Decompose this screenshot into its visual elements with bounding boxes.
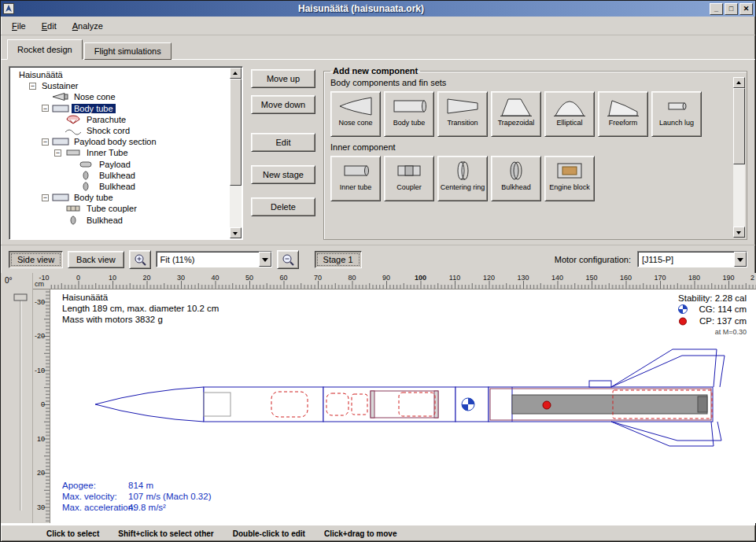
scroll-down-icon[interactable] [733,227,745,238]
minimize-button[interactable]: _ [710,3,723,15]
tree-item-sustainer[interactable]: Sustainer [12,80,228,91]
shock-cord-icon [65,126,82,135]
move-up-button[interactable]: Move up [251,69,315,88]
tree-item-nose-cone[interactable]: Nose cone [12,91,228,102]
h-ruler-label: 120 [483,274,495,282]
palette-scrollbar[interactable] [733,77,745,238]
nose-cone-icon [338,94,373,118]
side-view-button[interactable]: Side view [9,251,63,268]
body-tube-icon [52,137,69,146]
tree-item-body-tube-2[interactable]: Body tube [12,192,228,203]
chevron-down-icon[interactable] [259,252,271,267]
trapezoidal-fin-icon [499,94,533,118]
chevron-down-icon[interactable] [734,252,747,267]
stage-1-toggle[interactable]: Stage 1 [315,251,362,268]
scrollbar-thumb[interactable] [230,79,242,186]
collapse-toggle-icon[interactable] [42,194,49,201]
h-ruler-label: 50 [245,274,253,282]
hint-click-drag: Click+drag to move [324,529,397,538]
add-inner-tube-button[interactable]: Inner tube [330,156,381,201]
view-toolbar: Side view Back view Fit (11%) Stage 1 Mo… [1,245,755,273]
h-ruler-label: 140 [551,274,563,282]
mach-note: at M=0.30 [715,328,747,336]
h-ruler-label: 70 [314,274,322,282]
tree-scrollbar[interactable] [230,68,242,238]
tree-item-inner-tube[interactable]: Inner Tube [12,147,228,158]
close-button[interactable]: ✕ [739,3,753,15]
add-bulkhead-button[interactable]: Bulkhead [491,156,541,201]
scroll-down-icon[interactable] [230,227,242,238]
add-centering-ring-button[interactable]: Centering ring [437,156,488,201]
add-trapezoidal-fin-button[interactable]: Trapezoidal [491,91,541,137]
cg-marker [462,398,474,411]
v-ruler-label: 0 [41,400,45,408]
v-ruler-label: 20 [37,469,45,477]
launch-lug-icon [659,94,694,118]
max-acceleration-label: Max. acceleration: [62,503,135,512]
add-coupler-button[interactable]: Coupler [384,156,434,201]
scroll-up-icon[interactable] [733,77,745,88]
motor-configuration-label: Motor configuration: [555,255,631,264]
rotation-value: 0° [5,276,13,285]
tree-item-bulkhead[interactable]: Bulkhead [12,181,228,192]
add-body-tube-button[interactable]: Body tube [384,91,434,137]
scroll-up-icon[interactable] [230,68,242,79]
inner-tube-icon [338,159,373,183]
launch-lug-shape[interactable] [589,381,611,387]
back-view-button[interactable]: Back view [68,251,124,268]
rocket-length: Length 189 cm, max. diameter 10.2 cm [62,304,219,313]
motor-shape[interactable] [512,395,707,414]
menu-file[interactable]: File [6,19,32,33]
collapse-toggle-icon[interactable] [54,149,61,157]
tree-item-shock-cord[interactable]: Shock cord [12,125,228,136]
tree-item-bulkhead-3[interactable]: Bulkhead [12,214,228,225]
slider-thumb[interactable] [14,294,27,300]
new-stage-button[interactable]: New stage [251,165,315,184]
menubar: File Edit Analyze [1,17,755,35]
motor-configuration-select[interactable]: [J115-P] [637,251,747,267]
rocket-canvas: 0° cm -10 0 10 20 30 40 50 60 70 80 90 1… [1,273,755,525]
add-elliptical-fin-button[interactable]: Elliptical [544,91,595,137]
tree-item-body-tube[interactable]: Body tube [12,103,228,114]
stability-value: Stability: 2.28 cal [678,293,747,303]
collapse-toggle-icon[interactable] [29,83,36,90]
app-icon [3,3,14,14]
menu-analyze[interactable]: Analyze [66,19,109,33]
body-components-label: Body components and fin sets [330,78,731,87]
tree-item-payload[interactable]: Payload [12,159,228,170]
maximize-button[interactable]: □ [725,3,738,15]
statusbar: Click to select Shift+click to select ot… [1,525,755,541]
tab-rocket-design[interactable]: Rocket design [7,39,83,60]
titlebar[interactable]: Haisunäätä (haisunaata.ork) _ □ ✕ [1,1,755,17]
add-transition-button[interactable]: Transition [437,91,488,137]
move-down-button[interactable]: Move down [251,95,315,114]
rocket-side-view[interactable]: 0° cm -10 0 10 20 30 40 50 60 70 80 90 1… [1,273,756,523]
edit-button[interactable]: Edit [251,133,315,152]
tree-item-parachute[interactable]: Parachute [12,114,228,125]
delete-button[interactable]: Delete [251,197,315,216]
tab-flight-simulations[interactable]: Flight simulations [84,42,171,60]
hint-double-click: Double-click to edit [233,529,305,538]
collapse-toggle-icon[interactable] [42,138,49,146]
tree-item-payload-body-section[interactable]: Payload body section [12,136,228,147]
hint-shift-click: Shift+click to select other [118,529,213,538]
bulkhead-icon [65,216,82,225]
add-freeform-fin-button[interactable]: Freeform [598,91,648,137]
rocket-mass: Mass with motors 3832 g [62,315,163,324]
tree-item-bulkhead[interactable]: Bulkhead [12,170,228,181]
engine-block-icon [552,159,587,183]
collapse-toggle-icon[interactable] [42,105,49,112]
add-launch-lug-button[interactable]: Launch lug [651,91,702,137]
scrollbar-thumb[interactable] [733,88,745,164]
add-engine-block-button[interactable]: Engine block [544,156,595,201]
zoom-out-button[interactable] [277,250,299,269]
max-velocity-value: 107 m/s (Mach 0.32) [128,492,212,501]
tree-item-tube-coupler[interactable]: Tube coupler [12,203,228,214]
add-nose-cone-button[interactable]: Nose cone [330,91,381,137]
h-ruler-label: 100 [415,274,426,282]
menu-edit[interactable]: Edit [35,19,63,33]
zoom-select[interactable]: Fit (11%) [156,251,272,267]
centering-ring-icon [445,159,480,183]
tree-item-rocket[interactable]: Haisunäätä [12,69,228,80]
zoom-in-button[interactable] [129,250,151,269]
